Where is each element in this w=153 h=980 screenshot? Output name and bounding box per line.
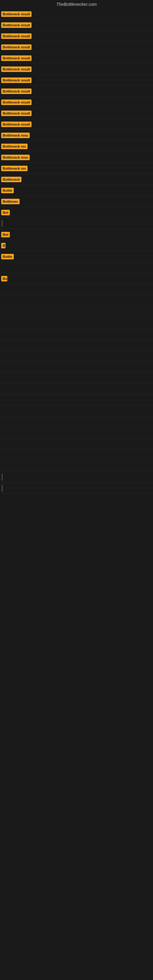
- result-row: [0, 395, 153, 406]
- result-row: Bottle: [0, 251, 153, 262]
- bottleneck-badge: Bottleneck res: [1, 166, 27, 171]
- result-row: Bottlenec: [0, 196, 153, 207]
- result-row: [0, 450, 153, 461]
- bottleneck-badge: Bottleneck result: [1, 100, 32, 105]
- bottleneck-badge: Bottleneck result: [1, 22, 32, 28]
- bottleneck-badge: Bottleneck result: [1, 89, 32, 94]
- result-row: Bottleneck result: [0, 30, 153, 41]
- result-row: [0, 262, 153, 273]
- result-row: Bottleneck result: [0, 52, 153, 64]
- bottleneck-badge: Bo: [1, 276, 7, 282]
- result-row: Bottleneck result: [0, 86, 153, 97]
- result-row: [0, 461, 153, 472]
- result-row: [0, 350, 153, 361]
- bottleneck-badge: B: [1, 243, 5, 248]
- result-row: [0, 339, 153, 350]
- result-row: [0, 328, 153, 339]
- bottleneck-badge: Bottleneck result: [1, 56, 32, 61]
- bottleneck-badge: Bottle: [1, 254, 14, 259]
- bottleneck-badge: Bottleneck result: [1, 111, 32, 116]
- bottleneck-badge: Bottleneck result: [1, 78, 32, 83]
- result-row: Bottleneck resu: [0, 152, 153, 163]
- bottleneck-badge: Bottleneck result: [1, 33, 32, 39]
- bottleneck-badge: Bottleneck result: [1, 45, 32, 50]
- bottleneck-badge: Bottleneck res: [1, 144, 27, 149]
- bottleneck-badge: Bottleneck resu: [1, 133, 30, 138]
- result-row: [0, 295, 153, 306]
- bottleneck-badge: Bot: [1, 232, 10, 237]
- result-row: [0, 306, 153, 317]
- result-row: B: [0, 240, 153, 251]
- result-row: [0, 361, 153, 372]
- result-row: Bottleneck resu: [0, 130, 153, 141]
- result-row: [0, 483, 153, 494]
- bottleneck-badge: Bottlenec: [1, 199, 19, 204]
- bottleneck-badge: Bottleneck result: [1, 67, 32, 72]
- site-title: TheBottlenecker.com: [0, 0, 153, 9]
- result-row: Bottleneck res: [0, 163, 153, 174]
- result-row: [0, 317, 153, 328]
- result-row: Bottleneck res: [0, 141, 153, 152]
- result-row: [0, 472, 153, 483]
- results-container: Bottleneck resultBottleneck resultBottle…: [0, 9, 153, 494]
- bottleneck-badge: Bottle: [1, 188, 14, 193]
- result-row: Bot: [0, 229, 153, 240]
- result-row: Bottle: [0, 185, 153, 196]
- bottleneck-badge: Bottleneck result: [1, 11, 32, 17]
- result-row: Bo: [0, 273, 153, 284]
- result-row: Bottleneck result: [0, 64, 153, 75]
- result-row: [0, 428, 153, 439]
- result-row: [0, 372, 153, 383]
- result-row: [0, 417, 153, 428]
- vertical-line: [2, 220, 2, 227]
- vertical-line: [2, 474, 2, 480]
- result-row: [0, 218, 153, 229]
- result-row: Bot: [0, 207, 153, 218]
- result-row: [0, 383, 153, 395]
- site-title-container: TheBottlenecker.com: [0, 0, 153, 9]
- result-row: Bottleneck: [0, 174, 153, 185]
- result-row: Bottleneck result: [0, 41, 153, 52]
- bottleneck-badge: Bot: [1, 210, 10, 215]
- vertical-line: [2, 485, 2, 492]
- result-row: Bottleneck result: [0, 75, 153, 86]
- bottleneck-badge: Bottleneck result: [1, 122, 32, 127]
- result-row: Bottleneck result: [0, 9, 153, 20]
- result-row: Bottleneck result: [0, 119, 153, 130]
- result-row: [0, 406, 153, 417]
- result-row: Bottleneck result: [0, 97, 153, 108]
- bottleneck-badge: Bottleneck resu: [1, 155, 30, 160]
- bottleneck-badge: Bottleneck: [1, 177, 21, 182]
- result-row: Bottleneck result: [0, 20, 153, 30]
- result-row: Bottleneck result: [0, 108, 153, 119]
- result-row: [0, 439, 153, 450]
- result-row: [0, 284, 153, 295]
